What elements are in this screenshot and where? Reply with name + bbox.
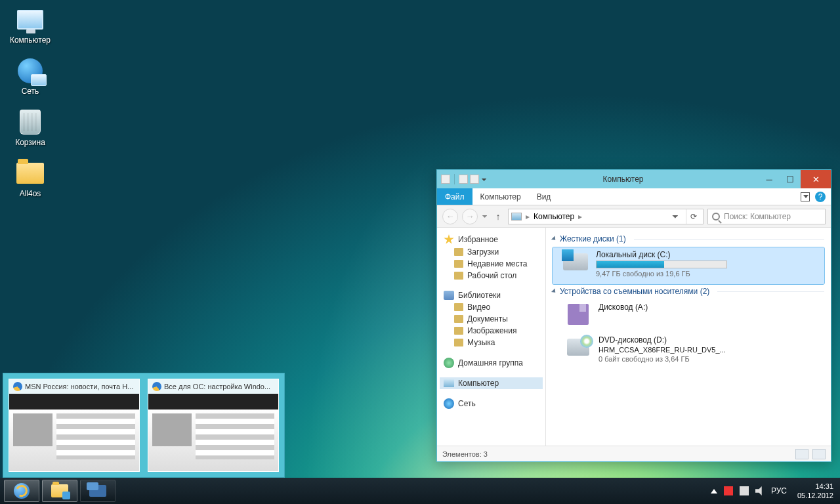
nav-pictures[interactable]: Изображения <box>440 325 543 337</box>
minimize-button[interactable]: ─ <box>759 170 780 188</box>
nav-up-button[interactable]: ↑ <box>492 211 504 222</box>
tray-show-hidden-icon[interactable] <box>711 489 717 494</box>
drive-subtext: 9,47 ГБ свободно из 19,6 ГБ <box>596 270 727 278</box>
nav-recent[interactable]: Недавние места <box>440 258 543 270</box>
nav-homegroup[interactable]: Домашняя группа <box>440 356 543 369</box>
nav-downloads[interactable]: Загрузки <box>440 246 543 258</box>
taskbar: РУС 14:31 05.12.2012 <box>0 478 840 504</box>
chevron-down-icon <box>551 236 557 242</box>
nav-back-button[interactable]: ← <box>442 209 458 224</box>
folder-icon <box>454 260 463 268</box>
window-title: Компьютер <box>490 175 756 184</box>
documents-icon <box>454 315 463 323</box>
history-dropdown-icon[interactable]: ⏷ <box>482 213 488 220</box>
ie-icon <box>13 382 22 391</box>
taskbar-explorer-button[interactable] <box>42 480 77 502</box>
explorer-icon <box>51 484 68 497</box>
nav-desktop[interactable]: Рабочий стол <box>440 270 543 282</box>
desktop-icon-computer[interactable]: Компьютер <box>5 5 55 45</box>
explorer-window: ⏷ Компьютер ─ ☐ ✕ Файл Компьютер Вид ? ←… <box>436 169 831 462</box>
refresh-button[interactable]: ⟳ <box>686 209 700 224</box>
recycle-bin-icon <box>16 108 45 136</box>
computer-icon <box>511 213 522 220</box>
homegroup-icon <box>444 358 454 368</box>
clock[interactable]: 14:31 05.12.2012 <box>793 482 833 500</box>
taskbar-previews: MSN Россия: новости, почта H... Все для … <box>3 373 285 478</box>
qa-dropdown-icon[interactable]: ⏷ <box>481 176 488 183</box>
status-bar: Элементов: 3 <box>437 446 831 461</box>
desktop-icon-label: All4os <box>20 189 41 198</box>
qa-newfolder-icon[interactable] <box>470 175 479 184</box>
preview-title: Все для ОС: настройка Windo... <box>164 383 270 390</box>
view-tiles-button[interactable] <box>812 449 826 459</box>
taskbar-ie-button[interactable] <box>4 480 39 502</box>
drive-dvd-d[interactable]: DVD-дисковод (D:) HRM_CCSA_X86FRE_RU-RU_… <box>553 333 824 369</box>
screens-icon <box>89 485 106 497</box>
desktop-icon-recycle-bin[interactable]: Корзина <box>5 108 55 147</box>
clock-time: 14:31 <box>797 482 833 491</box>
drive-floppy-a[interactable]: Дисковод (A:) <box>553 300 824 333</box>
drive-subtext: 0 байт свободно из 3,64 ГБ <box>598 355 726 363</box>
category-hard-drives[interactable]: Жесткие диски (1) <box>553 232 824 247</box>
breadcrumb-item[interactable]: Компьютер <box>534 212 574 221</box>
desktop-icon-folder[interactable]: All4os <box>5 159 55 198</box>
category-removable[interactable]: Устройства со съемными носителями (2) <box>553 284 824 300</box>
action-center-icon[interactable] <box>724 486 733 495</box>
ribbon-tabs: Файл Компьютер Вид ? <box>437 188 831 205</box>
libraries-icon <box>444 291 454 300</box>
help-icon[interactable]: ? <box>815 192 826 202</box>
address-bar[interactable]: ▸ Компьютер ▸ ⏷ ⟳ <box>508 209 704 224</box>
music-icon <box>454 339 463 346</box>
preview-image <box>9 394 139 471</box>
desktop[interactable]: Компьютер Сеть Корзина All4os MSN Россия… <box>0 0 840 504</box>
hdd-icon <box>562 250 589 274</box>
drive-title: Локальный диск (C:) <box>596 250 727 259</box>
tab-view[interactable]: Вид <box>529 188 559 205</box>
navigation-pane: Избранное Загрузки Недавние места Рабочи… <box>437 228 546 446</box>
qa-properties-icon[interactable] <box>459 175 468 184</box>
close-button[interactable]: ✕ <box>801 170 831 188</box>
nav-forward-button[interactable]: → <box>462 209 478 224</box>
drive-local-c[interactable]: Локальный диск (C:) 9,47 ГБ свободно из … <box>553 247 824 284</box>
network-icon <box>444 398 454 409</box>
maximize-button[interactable]: ☐ <box>780 170 801 188</box>
desktop-icon <box>454 272 463 280</box>
desktop-icon-label: Корзина <box>15 138 45 147</box>
search-placeholder: Поиск: Компьютер <box>724 212 791 221</box>
nav-libraries[interactable]: Библиотеки <box>440 289 543 301</box>
desktop-icons: Компьютер Сеть Корзина All4os <box>5 5 55 198</box>
preview-thumbnail[interactable]: MSN Россия: новости, почта H... <box>9 379 140 472</box>
nav-video[interactable]: Видео <box>440 301 543 313</box>
drive-label: HRM_CCSA_X86FRE_RU-RU_DV5_... <box>598 346 726 354</box>
tab-file[interactable]: Файл <box>437 188 472 205</box>
status-item-count: Элементов: 3 <box>442 450 488 458</box>
address-bar-row: ← → ⏷ ↑ ▸ Компьютер ▸ ⏷ ⟳ Поиск: Компьют… <box>437 205 831 228</box>
chevron-down-icon <box>551 288 557 294</box>
taskbar-screens-button[interactable] <box>80 480 116 502</box>
quick-access-toolbar: ⏷ <box>441 174 488 184</box>
language-indicator[interactable]: РУС <box>771 486 787 495</box>
nav-network[interactable]: Сеть <box>440 397 543 410</box>
preview-title: MSN Россия: новости, почта H... <box>25 383 133 390</box>
monitor-icon <box>16 5 45 34</box>
nav-favorites[interactable]: Избранное <box>440 233 543 246</box>
tab-computer[interactable]: Компьютер <box>472 188 529 205</box>
title-bar[interactable]: ⏷ Компьютер ─ ☐ ✕ <box>437 170 831 188</box>
view-details-button[interactable] <box>795 449 808 459</box>
expand-ribbon-icon[interactable] <box>801 192 810 201</box>
desktop-icon-network[interactable]: Сеть <box>5 56 55 96</box>
nav-music[interactable]: Музыка <box>440 337 543 348</box>
preview-image <box>148 394 278 471</box>
search-input[interactable]: Поиск: Компьютер <box>707 209 826 224</box>
nav-documents[interactable]: Документы <box>440 313 543 325</box>
network-tray-icon[interactable] <box>740 486 749 495</box>
volume-icon[interactable] <box>755 486 765 495</box>
desktop-icon-label: Компьютер <box>10 35 51 45</box>
floppy-icon <box>564 303 592 326</box>
address-dropdown-icon[interactable]: ⏷ <box>669 212 682 221</box>
preview-thumbnail[interactable]: Все для ОС: настройка Windo... <box>148 379 279 472</box>
app-icon[interactable] <box>441 175 450 184</box>
computer-icon <box>444 379 454 387</box>
nav-computer[interactable]: Компьютер <box>440 377 543 389</box>
breadcrumb-separator: ▸ <box>578 212 582 221</box>
